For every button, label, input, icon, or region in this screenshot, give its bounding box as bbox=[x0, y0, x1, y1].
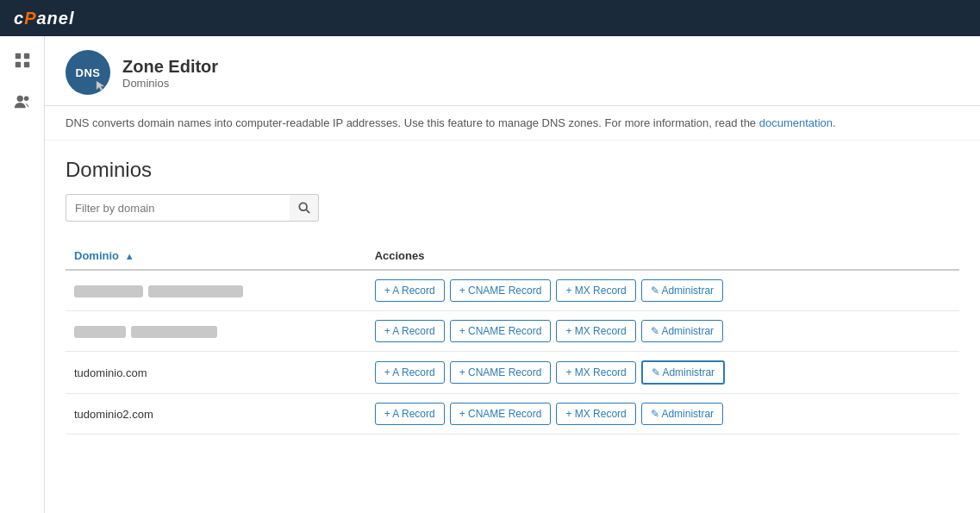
col-actions: Acciones bbox=[366, 242, 959, 270]
page-header: DNS Zone Editor Dominios bbox=[45, 36, 980, 106]
table-row: tudominio2.com+ A Record+ CNAME Record+ … bbox=[66, 394, 959, 435]
add-mx-record-button[interactable]: + MX Record bbox=[556, 403, 635, 425]
domain-blurred-part1 bbox=[74, 285, 143, 297]
add-cname-record-button[interactable]: + CNAME Record bbox=[450, 279, 552, 302]
page-subtitle: Dominios bbox=[122, 77, 218, 90]
add-a-record-button[interactable]: + A Record bbox=[375, 279, 445, 302]
svg-point-4 bbox=[16, 96, 22, 102]
domain-table: Dominio ▲ Acciones + A Record+ CNAME Rec… bbox=[66, 242, 959, 435]
add-a-record-button[interactable]: + A Record bbox=[375, 320, 445, 342]
search-input[interactable] bbox=[66, 194, 290, 222]
domain-name: tudominio2.com bbox=[74, 408, 153, 421]
domain-blurred-part1 bbox=[74, 326, 126, 338]
svg-line-7 bbox=[306, 210, 309, 213]
domain-cell bbox=[66, 270, 366, 311]
section-title: Dominios bbox=[66, 158, 959, 182]
administrar-button[interactable]: ✎ Administrar bbox=[641, 360, 725, 385]
top-bar: cPanel bbox=[0, 0, 980, 36]
domain-cell: tudominio2.com bbox=[66, 394, 366, 435]
documentation-link[interactable]: documentation bbox=[759, 116, 833, 129]
add-a-record-button[interactable]: + A Record bbox=[375, 361, 445, 384]
administrar-button[interactable]: ✎ Administrar bbox=[641, 320, 723, 342]
domain-cell bbox=[66, 311, 366, 352]
svg-point-6 bbox=[299, 203, 307, 210]
domain-name: tudominio.com bbox=[74, 366, 147, 379]
domain-blurred-part2 bbox=[131, 326, 217, 338]
info-text-content: DNS converts domain names into computer-… bbox=[66, 116, 756, 129]
search-bar bbox=[66, 194, 959, 222]
add-mx-record-button[interactable]: + MX Record bbox=[556, 279, 635, 302]
svg-point-5 bbox=[23, 97, 28, 102]
sidebar-grid-icon[interactable] bbox=[9, 47, 36, 74]
actions-cell: + A Record+ CNAME Record+ MX Record✎ Adm… bbox=[366, 311, 959, 352]
search-button[interactable] bbox=[290, 194, 319, 222]
domain-blurred-part2 bbox=[148, 285, 243, 297]
sidebar bbox=[0, 36, 45, 513]
table-row: tudominio.com+ A Record+ CNAME Record+ M… bbox=[66, 352, 959, 394]
table-row: + A Record+ CNAME Record+ MX Record✎ Adm… bbox=[66, 270, 959, 311]
dns-icon-text: DNS bbox=[76, 66, 101, 79]
svg-rect-1 bbox=[23, 53, 28, 59]
administrar-button[interactable]: ✎ Administrar bbox=[641, 403, 723, 425]
cpanel-logo: cPanel bbox=[14, 9, 75, 28]
table-row: + A Record+ CNAME Record+ MX Record✎ Adm… bbox=[66, 311, 959, 352]
page-title: Zone Editor bbox=[122, 56, 218, 77]
actions-container: + A Record+ CNAME Record+ MX Record✎ Adm… bbox=[375, 403, 951, 425]
svg-rect-2 bbox=[15, 62, 20, 67]
cursor-icon bbox=[95, 79, 107, 91]
table-body: + A Record+ CNAME Record+ MX Record✎ Adm… bbox=[66, 270, 959, 435]
main-layout: DNS Zone Editor Dominios DNS converts do… bbox=[0, 36, 980, 513]
content-area: Dominios Dominio ▲ bbox=[45, 141, 980, 452]
actions-container: + A Record+ CNAME Record+ MX Record✎ Adm… bbox=[375, 320, 951, 342]
table-header: Dominio ▲ Acciones bbox=[66, 242, 959, 270]
add-cname-record-button[interactable]: + CNAME Record bbox=[450, 320, 552, 342]
col-domain[interactable]: Dominio ▲ bbox=[66, 242, 366, 270]
add-cname-record-button[interactable]: + CNAME Record bbox=[450, 361, 552, 384]
add-cname-record-button[interactable]: + CNAME Record bbox=[450, 403, 552, 425]
add-mx-record-button[interactable]: + MX Record bbox=[556, 320, 635, 342]
search-icon bbox=[298, 202, 310, 214]
actions-cell: + A Record+ CNAME Record+ MX Record✎ Adm… bbox=[366, 270, 959, 311]
page-header-info: Zone Editor Dominios bbox=[122, 56, 218, 90]
svg-rect-3 bbox=[23, 62, 28, 67]
actions-container: + A Record+ CNAME Record+ MX Record✎ Adm… bbox=[375, 360, 951, 385]
domain-cell: tudominio.com bbox=[66, 352, 366, 394]
add-mx-record-button[interactable]: + MX Record bbox=[556, 361, 635, 384]
svg-rect-0 bbox=[15, 53, 20, 59]
sidebar-users-icon[interactable] bbox=[9, 88, 36, 116]
actions-cell: + A Record+ CNAME Record+ MX Record✎ Adm… bbox=[366, 352, 959, 394]
main-content: DNS Zone Editor Dominios DNS converts do… bbox=[45, 36, 980, 513]
actions-cell: + A Record+ CNAME Record+ MX Record✎ Adm… bbox=[366, 394, 959, 435]
sort-icon: ▲ bbox=[125, 251, 134, 261]
dns-icon: DNS bbox=[66, 50, 110, 95]
info-text: DNS converts domain names into computer-… bbox=[45, 106, 980, 141]
administrar-button[interactable]: ✎ Administrar bbox=[641, 279, 723, 302]
actions-container: + A Record+ CNAME Record+ MX Record✎ Adm… bbox=[375, 279, 951, 302]
add-a-record-button[interactable]: + A Record bbox=[375, 403, 445, 425]
